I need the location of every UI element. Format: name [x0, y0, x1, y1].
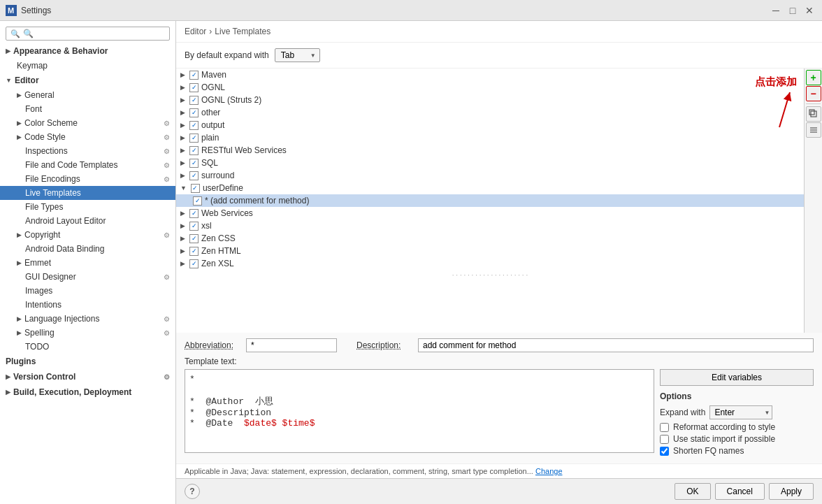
sidebar-label: TODO — [25, 342, 49, 352]
template-item-comment-method[interactable]: * (add comment for method) — [176, 194, 804, 207]
sidebar-item-file-code-templates[interactable]: File and Code Templates ⚙ — [0, 158, 175, 172]
group-checkbox[interactable] — [189, 134, 199, 143]
sidebar-item-color-scheme[interactable]: ▶ Color Scheme ⚙ — [0, 116, 175, 130]
applicable-text: Applicable in Java; Java: statement, exp… — [185, 467, 533, 475]
sidebar-item-plugins[interactable]: Plugins — [0, 354, 175, 369]
template-group-plain[interactable]: ▶ plain — [176, 131, 804, 144]
reformat-checkbox-row[interactable]: Reformat according to style — [660, 422, 814, 432]
sidebar-item-editor[interactable]: ▼ Editor — [0, 73, 175, 88]
sidebar-item-todo[interactable]: TODO — [0, 340, 175, 354]
add-template-button[interactable]: + — [806, 70, 821, 85]
sidebar-item-gui-designer[interactable]: GUI Designer ⚙ — [0, 270, 175, 284]
group-checkbox[interactable] — [189, 209, 199, 218]
sidebar-item-language-injections[interactable]: ▶ Language Injections ⚙ — [0, 312, 175, 326]
sidebar-item-build-execution[interactable]: ▶ Build, Execution, Deployment — [0, 384, 175, 400]
template-group-sql[interactable]: ▶ SQL — [176, 157, 804, 169]
expand-with-dropdown[interactable]: Tab Enter Space — [275, 48, 320, 62]
sidebar-item-code-style[interactable]: ▶ Code Style ⚙ — [0, 130, 175, 144]
sidebar-item-android-layout-editor[interactable]: Android Layout Editor — [0, 214, 175, 228]
expand-with-label: By default expand with — [185, 50, 269, 60]
sidebar-item-emmet[interactable]: ▶ Emmet — [0, 256, 175, 270]
search-box[interactable]: 🔍 — [6, 27, 170, 41]
expand-with-option-dropdown-wrap[interactable]: Enter Tab Space — [709, 405, 772, 419]
sidebar-item-appearance[interactable]: ▶ Appearance & Behavior — [0, 43, 175, 59]
template-group-ognl[interactable]: ▶ OGNL — [176, 81, 804, 94]
template-group-web-services[interactable]: ▶ Web Services — [176, 207, 804, 219]
group-checkbox[interactable] — [189, 121, 199, 130]
settings-icon: ⚙ — [164, 329, 170, 337]
static-import-checkbox[interactable] — [660, 435, 669, 444]
apply-button[interactable]: Apply — [769, 483, 814, 500]
reformat-checkbox[interactable] — [660, 423, 669, 432]
expand-icon: ▶ — [180, 235, 185, 242]
applicable-change-link[interactable]: Change — [535, 467, 563, 475]
static-import-checkbox-row[interactable]: Use static import if possible — [660, 434, 814, 444]
breadcrumb-current: Live Templates — [215, 27, 271, 36]
template-group-output[interactable]: ▶ output — [176, 119, 804, 131]
template-list: ▶ Maven ▶ OGNL ▶ OGNL (Struts 2) ▶ — [176, 69, 804, 333]
template-toolbar: + − — [804, 69, 822, 333]
search-icon: 🔍 — [10, 29, 20, 38]
ok-button[interactable]: OK — [675, 483, 710, 500]
template-group-xsl[interactable]: ▶ xsl — [176, 219, 804, 232]
settings-icon: ⚙ — [164, 315, 170, 323]
group-checkbox[interactable] — [189, 71, 199, 80]
sidebar-item-file-types[interactable]: File Types — [0, 200, 175, 214]
group-checkbox[interactable] — [189, 108, 199, 117]
group-checkbox[interactable] — [191, 184, 200, 193]
group-checkbox[interactable] — [189, 234, 199, 243]
template-group-surround[interactable]: ▶ surround — [176, 169, 804, 182]
sidebar-item-keymap[interactable]: Keymap — [0, 59, 175, 73]
sidebar-item-inspections[interactable]: Inspections ⚙ — [0, 144, 175, 158]
maximize-button[interactable]: □ — [786, 3, 800, 17]
group-checkbox[interactable] — [189, 259, 199, 268]
window-title: Settings — [21, 6, 769, 15]
sidebar-label: GUI Designer — [25, 272, 76, 282]
abbreviation-input[interactable] — [246, 338, 337, 352]
template-text-area[interactable]: * * @Author 小思 * @Description * @Date $d… — [185, 369, 654, 453]
group-checkbox[interactable] — [189, 247, 199, 256]
sidebar-item-version-control[interactable]: ▶ Version Control ⚙ — [0, 369, 175, 384]
close-button[interactable]: ✕ — [802, 3, 816, 17]
template-group-maven[interactable]: ▶ Maven — [176, 69, 804, 81]
search-input[interactable] — [23, 29, 165, 38]
group-checkbox[interactable] — [189, 171, 199, 180]
group-checkbox[interactable] — [189, 222, 199, 231]
help-button[interactable]: ? — [185, 484, 200, 499]
edit-variables-button[interactable]: Edit variables — [660, 369, 814, 386]
sidebar-item-images[interactable]: Images — [0, 284, 175, 298]
sidebar-item-general[interactable]: ▶ General — [0, 88, 175, 102]
minimize-button[interactable]: ─ — [769, 3, 783, 17]
template-group-ognl-struts[interactable]: ▶ OGNL (Struts 2) — [176, 94, 804, 106]
sidebar-item-copyright[interactable]: ▶ Copyright ⚙ — [0, 228, 175, 242]
template-group-zen-css[interactable]: ▶ Zen CSS — [176, 232, 804, 245]
group-checkbox[interactable] — [189, 159, 199, 168]
sidebar-item-font[interactable]: Font — [0, 102, 175, 116]
cancel-button[interactable]: Cancel — [715, 483, 765, 500]
remove-template-button[interactable]: − — [806, 86, 821, 101]
sidebar-item-intentions[interactable]: Intentions — [0, 298, 175, 312]
expand-with-dropdown-wrap[interactable]: Tab Enter Space — [275, 48, 320, 62]
template-group-userdefine[interactable]: ▼ userDefine — [176, 182, 804, 194]
item-checkbox[interactable] — [193, 196, 202, 206]
settings-icon: ⚙ — [164, 273, 170, 281]
sidebar-item-spelling[interactable]: ▶ Spelling ⚙ — [0, 326, 175, 340]
expand-icon: ▶ — [180, 71, 185, 78]
group-checkbox[interactable] — [189, 146, 199, 155]
template-group-zen-html[interactable]: ▶ Zen HTML — [176, 245, 804, 257]
sidebar-item-android-data-binding[interactable]: Android Data Binding — [0, 242, 175, 256]
settings-icon: ⚙ — [164, 231, 170, 239]
expand-with-option-dropdown[interactable]: Enter Tab Space — [709, 405, 772, 419]
copy-template-button[interactable] — [806, 106, 821, 122]
template-group-restful[interactable]: ▶ RESTful Web Services — [176, 144, 804, 157]
sidebar-item-file-encodings[interactable]: File Encodings ⚙ — [0, 172, 175, 186]
shorten-fq-checkbox-row[interactable]: Shorten FQ names — [660, 446, 814, 456]
template-group-other[interactable]: ▶ other — [176, 106, 804, 119]
shorten-fq-checkbox[interactable] — [660, 447, 669, 456]
move-template-button[interactable] — [806, 122, 821, 138]
description-input[interactable] — [418, 338, 814, 352]
sidebar-item-live-templates[interactable]: Live Templates — [0, 186, 175, 200]
group-checkbox[interactable] — [189, 96, 199, 105]
group-checkbox[interactable] — [189, 83, 199, 92]
template-group-zen-xsl[interactable]: ▶ Zen XSL — [176, 257, 804, 270]
